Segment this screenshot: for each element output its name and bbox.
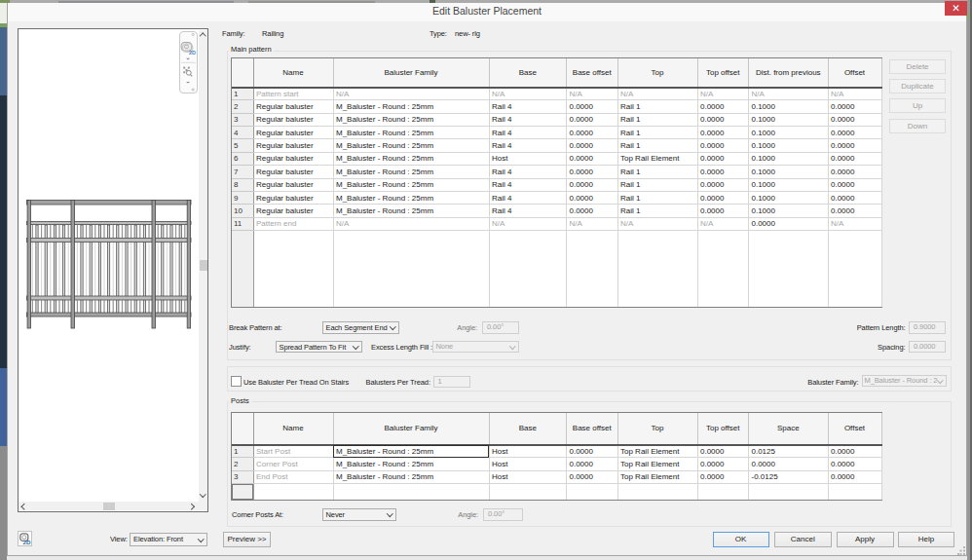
- svg-text:2D: 2D: [23, 539, 31, 545]
- svg-text:2D: 2D: [189, 50, 196, 56]
